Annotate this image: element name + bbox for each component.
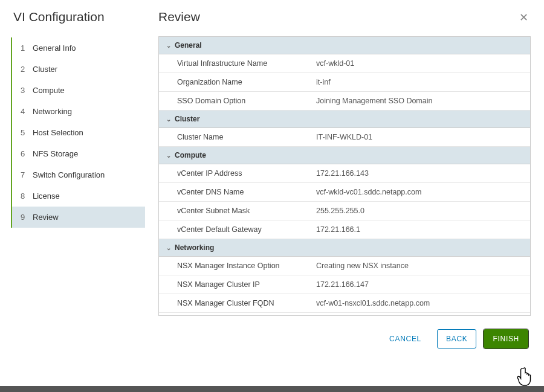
review-row-value: it-inf <box>316 78 523 86</box>
wizard-step-compute[interactable]: 3Compute <box>12 80 145 101</box>
step-label: NFS Storage <box>33 149 78 158</box>
review-row-label: Cluster Name <box>177 133 316 141</box>
review-row-value: vcf-w01-nsxcl01.sddc.netapp.com <box>316 299 523 307</box>
review-row-value: 255.255.255.0 <box>316 207 523 215</box>
review-row: SSO Domain OptionJoining Management SSO … <box>159 92 530 111</box>
review-row-value: IT-INF-WKLD-01 <box>316 133 523 141</box>
review-row-label: NSX Manager Cluster IP <box>177 280 316 289</box>
review-row-label: vCenter Subnet Mask <box>177 207 316 215</box>
review-row-value: vcf-wkld-vc01.sddc.netapp.com <box>316 188 523 196</box>
section-header-cluster[interactable]: ⌄Cluster <box>159 111 530 128</box>
review-row: Cluster NameIT-INF-WKLD-01 <box>159 128 530 147</box>
review-row: NSX Manager Cluster FQDNvcf-w01-nsxcl01.… <box>159 294 530 313</box>
step-number: 7 <box>21 170 27 179</box>
review-row: vCenter DNS Namevcf-wkld-vc01.sddc.netap… <box>159 183 530 202</box>
finish-button[interactable]: FINISH <box>484 329 528 349</box>
review-row: NSX Manager Instance OptionCreating new … <box>159 257 530 275</box>
review-row-label: vCenter Default Gateway <box>177 225 316 234</box>
back-button[interactable]: BACK <box>437 329 476 349</box>
main-panel: Review ✕ ⌄GeneralVirtual Infrastructure … <box>145 0 544 383</box>
wizard-sidebar: VI Configuration 1General Info2Cluster3C… <box>0 0 145 383</box>
review-row-value: 172.21.166.147 <box>316 280 523 289</box>
section-header-compute[interactable]: ⌄Compute <box>159 147 530 164</box>
step-label: Cluster <box>33 65 57 74</box>
review-row: Organization Nameit-inf <box>159 73 530 92</box>
step-number: 3 <box>21 86 27 95</box>
close-icon[interactable]: ✕ <box>517 10 531 25</box>
section-header-general[interactable]: ⌄General <box>159 37 530 54</box>
review-row-value: 172.21.166.1 <box>316 225 523 234</box>
chevron-down-icon: ⌄ <box>166 42 171 49</box>
review-row-label: SSO Domain Option <box>177 97 316 105</box>
review-row: Virtual Infrastructure Namevcf-wkld-01 <box>159 54 530 73</box>
review-row-label: NSX Manager Instance Option <box>177 262 316 270</box>
step-label: Compute <box>33 86 65 95</box>
section-header-networking[interactable]: ⌄Networking <box>159 239 530 257</box>
chevron-down-icon: ⌄ <box>166 245 171 251</box>
step-number: 2 <box>21 65 27 74</box>
section-title: Networking <box>175 243 214 252</box>
wizard-steps: 1General Info2Cluster3Compute4Networking… <box>11 37 145 228</box>
wizard-step-host-selection[interactable]: 5Host Selection <box>12 122 145 143</box>
step-number: 6 <box>21 149 27 158</box>
wizard-step-general-info[interactable]: 1General Info <box>12 37 145 59</box>
wizard-title: VI Configuration <box>11 10 145 24</box>
review-row-label: vCenter IP Address <box>177 169 316 178</box>
review-row-label: NSX Manager Cluster FQDN <box>177 299 316 307</box>
review-row: NSX Manager Cluster IP172.21.166.147 <box>159 275 530 294</box>
chevron-down-icon: ⌄ <box>166 152 171 159</box>
wizard-step-nfs-storage[interactable]: 6NFS Storage <box>12 143 145 164</box>
step-number: 1 <box>21 43 27 53</box>
review-row: vCenter Default Gateway172.21.166.1 <box>159 220 530 239</box>
review-row-label: vCenter DNS Name <box>177 188 316 196</box>
wizard-step-cluster[interactable]: 2Cluster <box>12 59 145 80</box>
step-number: 8 <box>21 191 27 201</box>
step-number: 9 <box>21 213 27 222</box>
wizard-footer: CANCEL BACK FINISH <box>158 316 531 355</box>
cancel-button[interactable]: CANCEL <box>381 330 430 348</box>
wizard-step-license[interactable]: 8License <box>12 185 145 207</box>
section-title: Cluster <box>175 115 199 123</box>
step-number: 4 <box>21 107 27 116</box>
section-title: Compute <box>175 151 206 159</box>
review-row: vCenter Subnet Mask255.255.255.0 <box>159 202 530 220</box>
wizard-step-networking[interactable]: 4Networking <box>12 101 145 122</box>
review-row-value: Creating new NSX instance <box>316 262 523 270</box>
review-row-label: Virtual Infrastructure Name <box>177 59 316 68</box>
step-label: Review <box>33 213 59 222</box>
step-label: Host Selection <box>33 128 83 137</box>
step-label: Networking <box>33 107 72 116</box>
review-table[interactable]: ⌄GeneralVirtual Infrastructure Namevcf-w… <box>158 36 531 316</box>
wizard-step-switch-configuration[interactable]: 7Switch Configuration <box>12 164 145 185</box>
window-bottom-bar <box>0 386 544 392</box>
review-row-value: Joining Management SSO Domain <box>316 97 523 105</box>
step-label: License <box>33 191 60 201</box>
page-title: Review <box>158 10 200 24</box>
review-row-label: Organization Name <box>177 78 316 86</box>
wizard-step-review[interactable]: 9Review <box>12 207 145 228</box>
step-label: General Info <box>33 43 76 53</box>
review-row: vCenter IP Address172.21.166.143 <box>159 164 530 183</box>
review-row-value: vcf-wkld-01 <box>316 59 523 68</box>
step-number: 5 <box>21 128 27 137</box>
review-row-value: 172.21.166.143 <box>316 169 523 178</box>
step-label: Switch Configuration <box>33 170 105 179</box>
chevron-down-icon: ⌄ <box>166 116 171 123</box>
section-title: General <box>175 41 202 50</box>
